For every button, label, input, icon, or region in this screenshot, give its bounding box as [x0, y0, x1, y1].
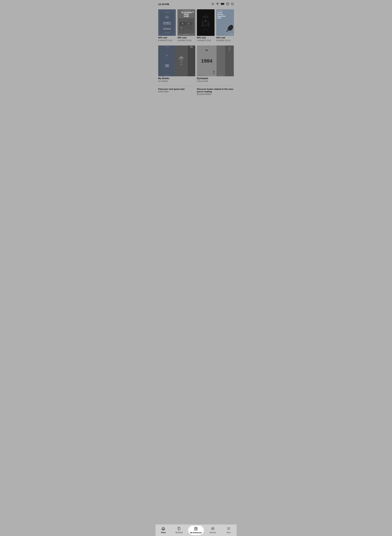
my-books-icon [177, 527, 181, 531]
svg-line-63 [213, 73, 214, 75]
notebooks-icon [194, 527, 198, 531]
nav-label-discover: Discover [210, 531, 216, 533]
shelf-subtitle-my-books: 417 BOOKS [158, 80, 195, 82]
svg-point-9 [217, 5, 218, 5]
home-icon [161, 527, 165, 531]
nav-label-my-books: My Books [175, 531, 183, 533]
svg-point-40 [205, 20, 206, 21]
wifi-icon [216, 2, 219, 6]
svg-rect-28 [168, 28, 169, 30]
book-cover-three-body: THETHREE-BODYPROBLEM CIXIN LIU [197, 9, 215, 36]
link-title-related-reads: Discover books related to the ones you'r… [197, 88, 234, 93]
svg-line-17 [165, 17, 166, 18]
svg-rect-23 [164, 28, 164, 30]
bottom-nav: Home My Books My Notebooks [155, 524, 237, 536]
book-cover-caged-bird: Maya Angelou I KnowWhy theCaged BirdSing… [216, 9, 234, 36]
svg-point-46 [166, 55, 168, 56]
svg-rect-27 [168, 28, 168, 30]
nav-item-discover[interactable]: Discover [205, 525, 221, 536]
svg-rect-24 [165, 28, 165, 30]
nav-label-home: Home [161, 531, 166, 533]
book-time-three-body: 3 HOURS TO GO [197, 40, 215, 42]
city-skyline-illustration [163, 28, 171, 30]
currently-reading-section: H. G. WELLS THE WAR OFTHE WORLDS [158, 9, 234, 42]
shelf-cover-my-books: H. G. WELLS THE WAROF THEWORLDS A kobo E… [158, 46, 195, 76]
shelves-section: H. G. WELLS THE WAROF THEWORLDS A kobo E… [158, 46, 234, 82]
svg-line-15 [233, 5, 233, 5]
shelf-title-my-books: My Books [158, 77, 195, 80]
book-time-telegrams: 4 HOURS TO GO [177, 40, 195, 42]
svg-marker-76 [212, 528, 214, 529]
svg-rect-11 [224, 3, 224, 4]
link-card-related-reads[interactable]: Discover books related to the ones you'r… [197, 86, 234, 97]
svg-point-50 [181, 60, 182, 62]
svg-rect-37 [180, 27, 183, 29]
svg-line-55 [182, 63, 182, 64]
nav-item-more[interactable]: More [221, 525, 237, 536]
link-sub-shop-kobo: SHOP KOBO [158, 91, 195, 93]
status-bar: 12:34 PM [155, 0, 237, 7]
comic-illustration [180, 22, 193, 30]
svg-line-21 [168, 17, 169, 18]
svg-rect-22 [163, 28, 164, 30]
shelf-card-dystopian[interactable]: ○○○○○ 4 5 1 1984 [197, 46, 234, 82]
links-section: Find your next great read SHOP KOBO Disc… [158, 86, 234, 97]
svg-point-14 [231, 3, 233, 5]
svg-point-35 [182, 23, 183, 24]
book-cover-war-of-worlds: H. G. WELLS THE WAR OFTHE WORLDS [158, 9, 176, 36]
svg-rect-51 [181, 62, 182, 63]
book-cover-telegrams: WEST END PHOENIX TELEGRAMSFROMHOME VOL.1… [177, 9, 195, 36]
shelf-cover-dystopian: ○○○○○ 4 5 1 1984 [197, 46, 234, 76]
book-progress-caged-bird: 20% read [216, 37, 234, 39]
orbit-illustration [201, 19, 210, 28]
shelf-title-dystopian: Dystopian [197, 77, 234, 80]
nav-item-my-books[interactable]: My Books [171, 525, 187, 536]
svg-line-53 [182, 62, 182, 63]
status-icons [211, 2, 234, 6]
svg-line-64 [214, 73, 214, 74]
search-icon[interactable] [231, 2, 234, 6]
svg-rect-65 [163, 529, 164, 530]
book-progress-three-body: 80% read [197, 37, 215, 39]
svg-rect-29 [169, 28, 170, 30]
svg-line-18 [166, 17, 166, 19]
svg-line-61 [213, 72, 214, 72]
svg-point-59 [214, 71, 215, 72]
brightness-icon [211, 2, 214, 6]
book-card-caged-bird[interactable]: Maya Angelou I KnowWhy theCaged BirdSing… [216, 9, 234, 42]
main-content: H. G. WELLS THE WAR OFTHE WORLDS [155, 9, 237, 113]
shelf-card-my-books[interactable]: H. G. WELLS THE WAROF THEWORLDS A kobo E… [158, 46, 195, 82]
tentacle-illustration [164, 16, 170, 19]
circles-bg [224, 26, 234, 36]
link-sub-related-reads: RELATED READS [197, 93, 234, 95]
svg-line-52 [180, 62, 180, 63]
book-progress-war-of-worlds: 20% read [158, 37, 176, 39]
book-card-war-of-worlds[interactable]: H. G. WELLS THE WAR OFTHE WORLDS [158, 9, 176, 42]
nav-item-my-notebooks[interactable]: My Notebooks [188, 526, 204, 535]
svg-point-16 [166, 16, 168, 17]
nav-item-home[interactable]: Home [155, 525, 171, 536]
svg-point-0 [212, 3, 213, 5]
svg-line-47 [166, 55, 166, 56]
book-progress-telegrams: 40% read [177, 37, 195, 39]
svg-rect-34 [184, 26, 193, 30]
book-card-telegrams[interactable]: WEST END PHOENIX TELEGRAMSFROMHOME VOL.1… [177, 9, 195, 42]
link-card-shop-kobo[interactable]: Find your next great read SHOP KOBO [158, 86, 195, 97]
svg-point-58 [206, 50, 207, 50]
book-card-three-body[interactable]: THETHREE-BODYPROBLEM CIXIN LIU 80% read … [197, 9, 215, 42]
sync-icon [226, 2, 229, 6]
svg-point-41 [202, 25, 203, 26]
svg-rect-25 [166, 28, 166, 30]
svg-line-49 [168, 55, 168, 56]
svg-rect-30 [170, 28, 171, 30]
nav-label-my-notebooks: My Notebooks [190, 532, 202, 534]
link-title-shop-kobo: Find your next great read [158, 88, 195, 90]
svg-rect-26 [167, 28, 168, 30]
more-icon [227, 527, 231, 531]
book-time-caged-bird: 8 HOURS TO GO [216, 40, 234, 42]
svg-point-42 [208, 25, 209, 26]
nav-label-more: More [227, 531, 231, 533]
status-time: 12:34 PM [158, 3, 169, 6]
svg-line-60 [214, 72, 214, 73]
svg-point-36 [188, 23, 190, 25]
